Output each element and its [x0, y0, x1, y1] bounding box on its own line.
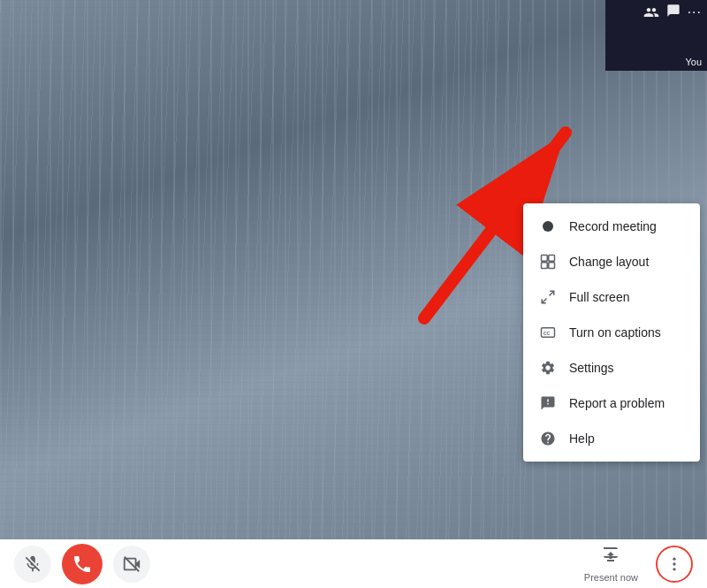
- present-label: Present now: [584, 572, 638, 583]
- menu-item-full-screen[interactable]: Full screen: [523, 279, 700, 315]
- menu-item-change-layout[interactable]: Change layout: [523, 244, 700, 279]
- svg-rect-4: [549, 256, 555, 262]
- svg-point-14: [673, 568, 675, 570]
- svg-rect-3: [542, 256, 548, 262]
- participants-icon: [643, 4, 659, 19]
- participant-thumbnail: ··· You: [605, 0, 707, 71]
- menu-label-full-screen: Full screen: [569, 290, 629, 304]
- menu-label-settings: Settings: [569, 361, 614, 375]
- svg-text:CC: CC: [544, 331, 551, 336]
- fullscreen-icon: [539, 288, 557, 306]
- menu-label-record-meeting: Record meeting: [569, 219, 657, 233]
- toolbar: Present now: [0, 539, 707, 588]
- svg-rect-6: [549, 263, 555, 269]
- menu-label-help: Help: [569, 431, 595, 446]
- svg-point-12: [673, 557, 675, 560]
- svg-point-13: [673, 562, 675, 565]
- svg-line-8: [542, 299, 546, 303]
- present-now-button[interactable]: Present now: [574, 541, 649, 586]
- menu-label-report-problem: Report a problem: [569, 396, 665, 410]
- help-icon: [539, 430, 557, 447]
- mute-button[interactable]: [14, 546, 51, 583]
- more-options-button[interactable]: [656, 546, 693, 583]
- toolbar-right: Present now: [574, 541, 693, 586]
- svg-line-7: [550, 291, 554, 295]
- present-icon: [600, 545, 621, 570]
- report-icon: [539, 394, 557, 412]
- menu-item-turn-on-captions[interactable]: CC Turn on captions: [523, 315, 700, 350]
- context-menu: Record meeting Change layout Full screen: [523, 203, 700, 462]
- captions-icon: CC: [539, 324, 557, 341]
- shirt-texture-overlay: [0, 0, 530, 539]
- layout-icon: [539, 253, 557, 271]
- record-icon: [539, 218, 557, 235]
- svg-rect-5: [542, 263, 548, 269]
- toolbar-left: [14, 544, 150, 584]
- menu-item-help[interactable]: Help: [523, 421, 700, 456]
- menu-item-record-meeting[interactable]: Record meeting: [523, 209, 700, 244]
- menu-label-turn-on-captions: Turn on captions: [569, 325, 661, 340]
- menu-item-settings[interactable]: Settings: [523, 350, 700, 386]
- settings-icon: [539, 359, 557, 377]
- end-call-button[interactable]: [62, 544, 103, 584]
- you-label: You: [685, 57, 702, 67]
- svg-point-2: [543, 221, 553, 232]
- menu-item-report-problem[interactable]: Report a problem: [523, 386, 700, 421]
- chat-icon: [666, 4, 680, 20]
- camera-button[interactable]: [113, 546, 150, 583]
- menu-label-change-layout: Change layout: [569, 255, 649, 269]
- more-dots[interactable]: ···: [688, 4, 702, 20]
